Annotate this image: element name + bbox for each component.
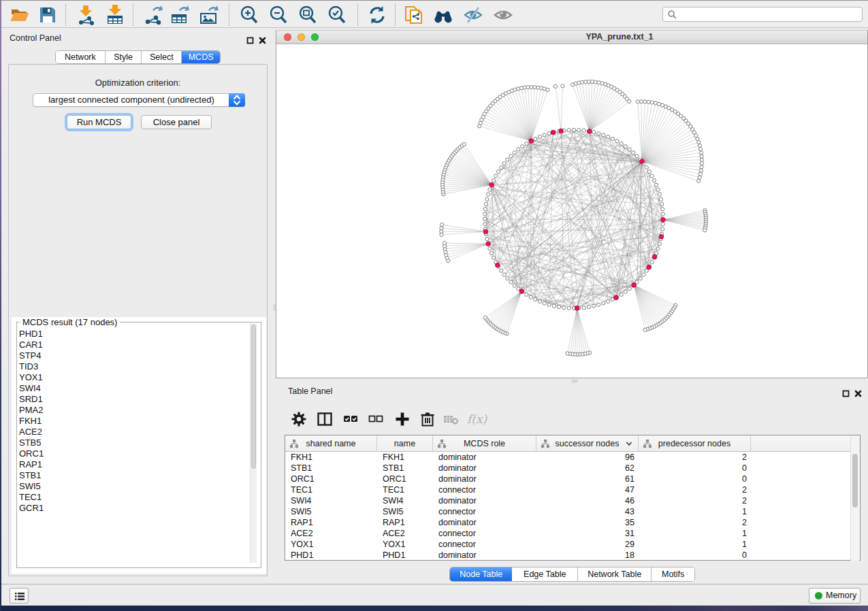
column-header-label: predecessor nodes <box>639 435 750 452</box>
table-row[interactable]: STB1STB1dominator620 <box>285 463 852 474</box>
mcds-result-item[interactable]: GCR1 <box>18 503 249 514</box>
table-row[interactable]: SWI5SWI5connector431 <box>285 506 852 517</box>
mcds-result-item[interactable]: RAP1 <box>18 459 249 470</box>
zoom-selected-icon[interactable] <box>327 5 347 25</box>
mcds-result-item[interactable]: STB1 <box>18 470 249 481</box>
save-session-icon[interactable] <box>37 5 58 25</box>
toolbar-separator <box>65 4 66 26</box>
tab-select[interactable]: Select <box>142 51 182 63</box>
zoom-fit-icon[interactable] <box>298 5 318 25</box>
search-input[interactable] <box>679 8 859 22</box>
mcds-result-item[interactable]: TID3 <box>18 361 249 372</box>
tab-edge-table[interactable]: Edge Table <box>512 567 577 581</box>
close-panel-button[interactable]: Close panel <box>141 115 212 129</box>
result-list-scrollbar-thumb[interactable] <box>251 325 256 469</box>
split-columns-icon[interactable] <box>317 411 333 427</box>
window-minimize-button[interactable] <box>298 33 305 41</box>
mcds-result-item[interactable]: SWI4 <box>18 383 249 394</box>
memory-button[interactable]: Memory <box>809 588 861 604</box>
hide-selected-icon[interactable] <box>463 5 483 25</box>
show-all-icon[interactable] <box>493 5 513 25</box>
tab-network[interactable]: Network <box>56 51 106 63</box>
import-table-icon[interactable] <box>105 5 125 25</box>
table-cell: YOX1 <box>291 539 373 550</box>
mcds-result-item[interactable]: SRD1 <box>18 394 249 405</box>
table-row[interactable]: ACE2ACE2connector311 <box>285 528 852 539</box>
network-canvas[interactable] <box>276 44 867 378</box>
column-header-name[interactable]: name <box>377 435 433 452</box>
table-row[interactable]: FKH1FKH1dominator962 <box>285 452 852 463</box>
share-document-icon[interactable] <box>404 5 424 25</box>
table-row[interactable]: TEC1TEC1connector472 <box>285 484 852 495</box>
column-header-successor-nodes[interactable]: successor nodes <box>536 435 639 452</box>
search-binoculars-icon[interactable] <box>433 5 453 25</box>
horizontal-splitter-handle[interactable] <box>570 378 579 384</box>
import-network-icon[interactable] <box>76 5 96 25</box>
tab-network-table[interactable]: Network Table <box>578 567 652 581</box>
zoom-in-icon[interactable] <box>239 5 259 25</box>
tab-node-table[interactable]: Node Table <box>450 567 512 581</box>
table-cell: 96 <box>542 452 634 463</box>
mcds-result-item[interactable]: STB5 <box>18 437 249 448</box>
network-window-titlebar[interactable]: YPA_prune.txt_1 <box>276 31 867 44</box>
tab-mcds[interactable]: MCDS <box>182 51 220 63</box>
run-mcds-button[interactable]: Run MCDS <box>67 115 131 129</box>
mcds-result-item[interactable]: CAR1 <box>18 340 249 350</box>
mcds-result-item[interactable]: ORC1 <box>18 448 249 459</box>
control-panel-close-icon[interactable] <box>259 35 266 42</box>
table-cell: ACE2 <box>383 528 429 539</box>
select-all-icon[interactable] <box>342 411 359 427</box>
delete-table-icon[interactable] <box>443 411 459 427</box>
control-panel-float-icon[interactable] <box>246 35 254 42</box>
table-row[interactable]: YOX1YOX1connector291 <box>285 539 852 550</box>
zoom-out-icon[interactable] <box>268 5 289 25</box>
tab-motifs[interactable]: Motifs <box>652 567 694 581</box>
result-list-scrollbar[interactable] <box>250 323 257 563</box>
table-scrollbar[interactable] <box>850 436 859 561</box>
table-row[interactable]: PHD1PHD1dominator180 <box>285 550 852 560</box>
export-table-icon[interactable] <box>170 5 190 25</box>
table-scrollbar-thumb[interactable] <box>852 454 858 508</box>
table-row[interactable]: SWI4SWI4dominator462 <box>285 495 852 506</box>
table-cell: dominator <box>438 452 532 463</box>
gear-icon[interactable] <box>291 411 307 427</box>
open-file-icon[interactable] <box>10 5 30 25</box>
table-cell: 0 <box>644 463 747 474</box>
mcds-result-item[interactable]: FKH1 <box>18 416 249 427</box>
function-icon[interactable]: f(x) <box>467 411 490 427</box>
table-cell: dominator <box>438 474 532 484</box>
table-cell: PHD1 <box>291 550 373 560</box>
mcds-result-item[interactable]: ACE2 <box>18 427 249 437</box>
column-header-MCDS-role[interactable]: MCDS role <box>433 435 536 452</box>
toolbar-separator <box>229 4 229 26</box>
column-header-shared-name[interactable]: shared name <box>285 435 377 452</box>
criterion-select[interactable]: largest connected component (undirected) <box>33 93 245 107</box>
show-panels-button[interactable] <box>10 588 29 604</box>
table-cell: 43 <box>542 506 634 517</box>
mcds-result-item[interactable]: YOX1 <box>18 372 249 383</box>
window-zoom-button[interactable] <box>311 33 319 41</box>
table-panel-float-icon[interactable] <box>842 388 850 395</box>
table-panel-tabs: Node Table Edge Table Network Table Moti… <box>449 567 695 582</box>
window-close-button[interactable] <box>284 33 291 41</box>
add-column-icon[interactable] <box>394 411 411 427</box>
optimization-criterion-label: Optimization criterion: <box>9 78 267 88</box>
mcds-result-item[interactable]: PHD1 <box>18 329 249 340</box>
mcds-result-item[interactable]: SWI5 <box>18 481 249 492</box>
tab-style[interactable]: Style <box>106 51 142 63</box>
export-image-icon[interactable] <box>199 5 219 25</box>
search-field[interactable] <box>662 7 863 22</box>
mcds-result-item[interactable]: PMA2 <box>18 405 249 416</box>
table-row[interactable]: ORC1ORC1dominator610 <box>285 474 852 484</box>
delete-column-icon[interactable] <box>419 411 436 427</box>
table-panel-close-icon[interactable] <box>854 388 862 395</box>
deselect-all-icon[interactable] <box>368 411 384 427</box>
mcds-result-list[interactable]: PHD1CAR1STP4TID3YOX1SWI4SRD1PMA2FKH1ACE2… <box>18 329 249 514</box>
network-title: YPA_prune.txt_1 <box>585 32 653 42</box>
column-header-predecessor-nodes[interactable]: predecessor nodes <box>639 435 751 452</box>
mcds-result-item[interactable]: STP4 <box>18 350 249 361</box>
first-neighbors-icon[interactable] <box>367 5 387 25</box>
mcds-result-item[interactable]: TEC1 <box>18 492 249 503</box>
table-row[interactable]: RAP1RAP1dominator352 <box>285 517 852 528</box>
export-network-icon[interactable] <box>143 5 163 25</box>
